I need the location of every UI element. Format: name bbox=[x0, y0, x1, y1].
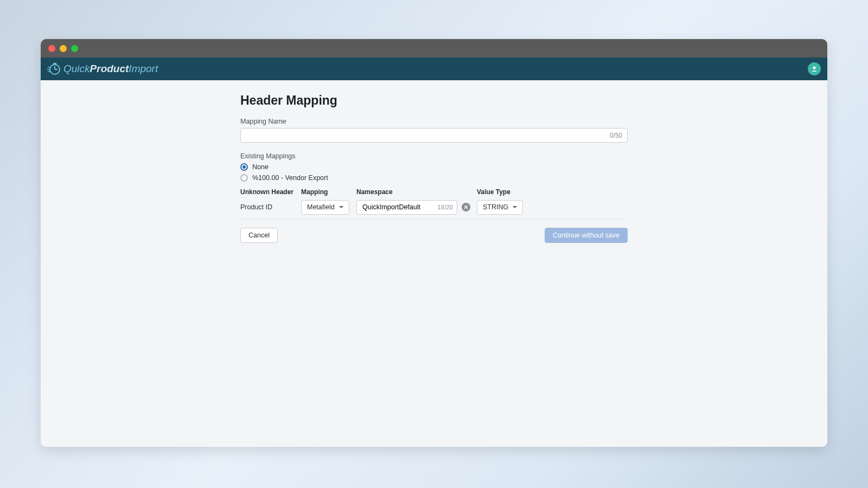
continue-without-save-button[interactable]: Continue without save bbox=[545, 228, 628, 243]
brand-import: Import bbox=[129, 63, 158, 74]
mapping-name-input[interactable] bbox=[240, 128, 628, 143]
existing-mappings-label: Existing Mappings bbox=[240, 152, 628, 160]
stopwatch-icon bbox=[47, 62, 61, 76]
radio-option-none[interactable]: None bbox=[240, 163, 628, 171]
panel: Header Mapping Mapping Name 0/50 Existin… bbox=[240, 93, 628, 447]
radio-label: %100.00 - Vendor Export bbox=[252, 174, 328, 182]
page-title: Header Mapping bbox=[240, 93, 628, 108]
mapping-name-counter: 0/50 bbox=[610, 132, 622, 139]
radio-option-vendor-export[interactable]: %100.00 - Vendor Export bbox=[240, 174, 628, 182]
mapping-dropdown-value: Metafield bbox=[307, 203, 335, 211]
radio-icon bbox=[240, 163, 248, 171]
footer-row: Cancel Continue without save bbox=[240, 228, 628, 243]
svg-rect-1 bbox=[53, 63, 56, 65]
close-window-icon[interactable] bbox=[48, 45, 55, 52]
clear-namespace-icon[interactable] bbox=[462, 203, 470, 211]
chevron-down-icon bbox=[339, 206, 343, 208]
maximize-window-icon[interactable] bbox=[71, 45, 78, 52]
table-head: Unknown Header Mapping Namespace Value T… bbox=[240, 188, 628, 196]
app-window: QuickProductImport Header Mapping Mappin… bbox=[41, 39, 827, 447]
col-mapping: Mapping bbox=[301, 188, 350, 196]
mapping-dropdown[interactable]: Metafield bbox=[301, 200, 349, 215]
brand-quick: Quick bbox=[63, 63, 90, 74]
col-value-type: Value Type bbox=[477, 188, 526, 196]
radio-icon bbox=[240, 174, 248, 182]
mapping-table: Unknown Header Mapping Namespace Value T… bbox=[240, 188, 628, 219]
chevron-down-icon bbox=[513, 206, 517, 208]
namespace-counter: 18/20 bbox=[437, 204, 453, 210]
mapping-name-label: Mapping Name bbox=[240, 118, 628, 125]
radio-label: None bbox=[252, 163, 269, 171]
brand: QuickProductImport bbox=[47, 62, 158, 76]
svg-point-7 bbox=[813, 66, 815, 69]
titlebar bbox=[41, 39, 827, 57]
col-unknown-header: Unknown Header bbox=[240, 188, 295, 196]
value-type-dropdown[interactable]: STRING bbox=[477, 200, 523, 215]
table-row: Product ID Metafield 18/20 bbox=[240, 199, 628, 215]
value-type-dropdown-value: STRING bbox=[483, 203, 508, 211]
user-avatar-icon[interactable] bbox=[808, 62, 821, 75]
brand-product: Product bbox=[90, 63, 129, 74]
cancel-button[interactable]: Cancel bbox=[240, 228, 278, 243]
content: Header Mapping Mapping Name 0/50 Existin… bbox=[41, 80, 827, 447]
col-namespace: Namespace bbox=[356, 188, 470, 196]
minimize-window-icon[interactable] bbox=[60, 45, 67, 52]
unknown-header-value: Product ID bbox=[240, 203, 295, 211]
appbar: QuickProductImport bbox=[41, 57, 827, 80]
